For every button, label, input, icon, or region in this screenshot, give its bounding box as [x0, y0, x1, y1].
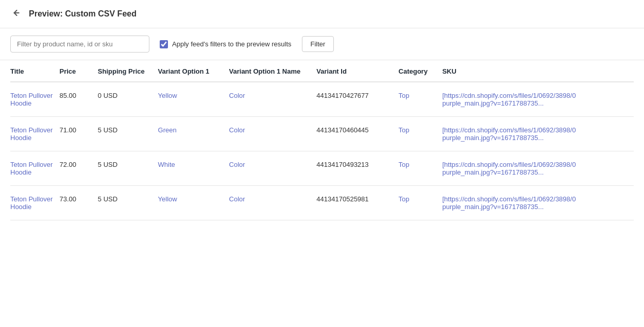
table-container: Title Price Shipping Price Variant Optio… — [0, 60, 644, 220]
sku-link[interactable]: [https://cdn.shopify.com/s/files/1/0692/… — [442, 92, 575, 107]
product-table: Title Price Shipping Price Variant Optio… — [10, 60, 634, 220]
sku-link[interactable]: [https://cdn.shopify.com/s/files/1/0692/… — [442, 126, 575, 142]
header: Preview: Custom CSV Feed — [0, 0, 644, 28]
variant_option1_name-link[interactable]: Color — [229, 92, 245, 99]
cell-variant_id: 44134170460445 — [316, 117, 398, 151]
cell-sku[interactable]: [https://cdn.shopify.com/s/files/1/0692/… — [442, 117, 634, 151]
cell-shipping_price: 5 USD — [98, 151, 158, 186]
cell-price: 85.00 — [60, 82, 98, 117]
cell-variant_id: 44134170427677 — [316, 82, 398, 117]
col-header-variant-option1-name: Variant Option 1 Name — [229, 60, 317, 82]
category-link[interactable]: Top — [399, 92, 410, 99]
filter-button[interactable]: Filter — [302, 36, 334, 52]
cell-variant_option1_name[interactable]: Color — [229, 82, 317, 117]
search-input[interactable] — [10, 36, 149, 53]
category-link[interactable]: Top — [399, 195, 410, 203]
col-header-title: Title — [10, 60, 60, 82]
cell-shipping_price: 5 USD — [98, 117, 158, 151]
variant_option1-link[interactable]: Green — [158, 126, 177, 134]
apply-filters-label[interactable]: Apply feed's filters to the preview resu… — [160, 40, 292, 48]
cell-title[interactable]: Teton Pullover Hoodie — [10, 117, 60, 151]
cell-variant_option1_name[interactable]: Color — [229, 186, 317, 220]
back-icon[interactable] — [10, 8, 21, 21]
cell-shipping_price: 0 USD — [98, 82, 158, 117]
cell-category[interactable]: Top — [399, 151, 443, 186]
apply-filters-text: Apply feed's filters to the preview resu… — [172, 40, 292, 48]
cell-variant_option1[interactable]: Yellow — [158, 82, 229, 117]
cell-variant_option1_name[interactable]: Color — [229, 117, 317, 151]
category-link[interactable]: Top — [399, 161, 410, 168]
cell-title[interactable]: Teton Pullover Hoodie — [10, 151, 60, 186]
cell-shipping_price: 5 USD — [98, 186, 158, 220]
cell-price: 71.00 — [60, 117, 98, 151]
table-header: Title Price Shipping Price Variant Optio… — [10, 60, 634, 82]
variant_option1-link[interactable]: Yellow — [158, 92, 177, 99]
cell-price: 72.00 — [60, 151, 98, 186]
title-link[interactable]: Teton Pullover Hoodie — [10, 126, 53, 142]
col-header-sku: SKU — [442, 60, 634, 82]
col-header-variant-option1: Variant Option 1 — [158, 60, 229, 82]
apply-filters-checkbox[interactable] — [160, 40, 168, 48]
col-header-price: Price — [60, 60, 98, 82]
sku-link[interactable]: [https://cdn.shopify.com/s/files/1/0692/… — [442, 195, 575, 211]
cell-sku[interactable]: [https://cdn.shopify.com/s/files/1/0692/… — [442, 82, 634, 117]
cell-title[interactable]: Teton Pullover Hoodie — [10, 82, 60, 117]
table-row: Teton Pullover Hoodie85.000 USDYellowCol… — [10, 82, 634, 117]
cell-variant_option1[interactable]: Yellow — [158, 186, 229, 220]
col-header-variant-id: Variant Id — [316, 60, 398, 82]
cell-category[interactable]: Top — [399, 186, 443, 220]
cell-variant_option1[interactable]: Green — [158, 117, 229, 151]
col-header-category: Category — [399, 60, 443, 82]
cell-sku[interactable]: [https://cdn.shopify.com/s/files/1/0692/… — [442, 151, 634, 186]
table-row: Teton Pullover Hoodie71.005 USDGreenColo… — [10, 117, 634, 151]
table-body: Teton Pullover Hoodie85.000 USDYellowCol… — [10, 82, 634, 220]
variant_option1_name-link[interactable]: Color — [229, 195, 245, 203]
category-link[interactable]: Top — [399, 126, 410, 134]
sku-link[interactable]: [https://cdn.shopify.com/s/files/1/0692/… — [442, 161, 575, 176]
cell-price: 73.00 — [60, 186, 98, 220]
variant_option1_name-link[interactable]: Color — [229, 161, 245, 168]
cell-category[interactable]: Top — [399, 82, 443, 117]
cell-title[interactable]: Teton Pullover Hoodie — [10, 186, 60, 220]
page-title: Preview: Custom CSV Feed — [29, 9, 137, 19]
title-link[interactable]: Teton Pullover Hoodie — [10, 195, 53, 211]
cell-variant_id: 44134170525981 — [316, 186, 398, 220]
cell-variant_option1[interactable]: White — [158, 151, 229, 186]
col-header-shipping-price: Shipping Price — [98, 60, 158, 82]
cell-category[interactable]: Top — [399, 117, 443, 151]
cell-variant_id: 44134170493213 — [316, 151, 398, 186]
title-link[interactable]: Teton Pullover Hoodie — [10, 161, 53, 176]
cell-sku[interactable]: [https://cdn.shopify.com/s/files/1/0692/… — [442, 186, 634, 220]
table-row: Teton Pullover Hoodie72.005 USDWhiteColo… — [10, 151, 634, 186]
table-row: Teton Pullover Hoodie73.005 USDYellowCol… — [10, 186, 634, 220]
toolbar: Apply feed's filters to the preview resu… — [0, 28, 644, 60]
variant_option1-link[interactable]: Yellow — [158, 195, 177, 203]
variant_option1-link[interactable]: White — [158, 161, 175, 168]
variant_option1_name-link[interactable]: Color — [229, 126, 245, 134]
title-link[interactable]: Teton Pullover Hoodie — [10, 92, 53, 107]
cell-variant_option1_name[interactable]: Color — [229, 151, 317, 186]
